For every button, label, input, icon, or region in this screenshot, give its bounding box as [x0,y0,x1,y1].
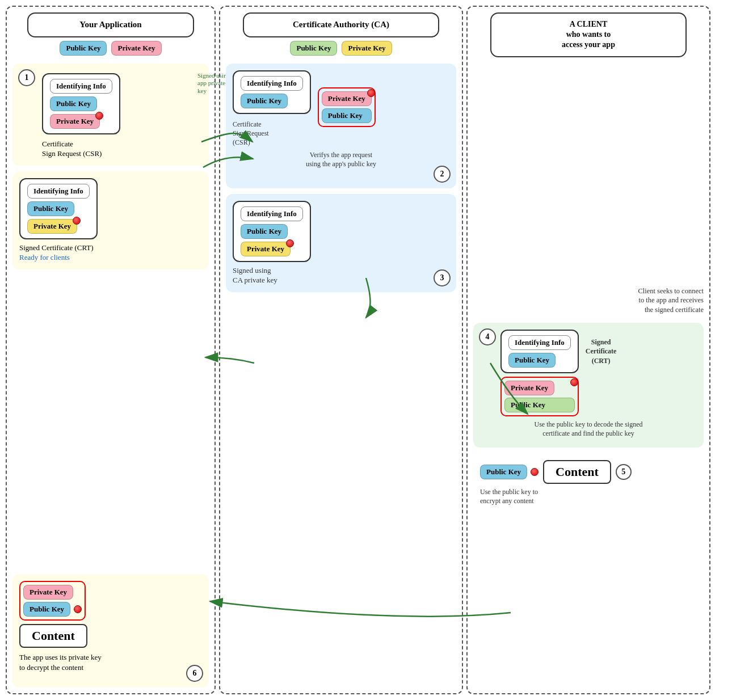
step3-left-caption-line2: Ready for clients [19,253,70,262]
step5-content: Public Key Content 5 [480,460,697,484]
main-container: Your Application Public Key Private Key … [0,0,732,700]
step4-public-key: Public Key [508,353,556,368]
step5-content-box: Content [543,460,611,484]
col-app: Your Application Public Key Private Key … [6,6,216,694]
step4-red-group: Private Key Public Key [500,377,579,416]
col1-title: Your Application [27,12,194,37]
step4-caption: Use the public key to decode the signedc… [480,420,697,438]
step3-ca-num: 3 [434,269,451,286]
step1-content: Identifying Info Public Key Private Key … [19,70,202,134]
col3-title: A CLIENT who wants to access your app [490,12,686,57]
step3-ca-caption: Signed usingCA private key [233,265,449,285]
col1-public-key-badge: Public Key [60,41,107,56]
step6-private-key: Private Key [23,585,73,600]
step3-ca-id-info: Identifying Info [241,206,303,221]
step2-right: Private Key Public Key [318,87,376,127]
step6-num: 6 [186,665,203,682]
step2-box: 2 Identifying Info Public Key Certificat… [226,64,456,188]
step1-seal [95,112,103,120]
step3-left-content: Identifying Info Public Key Private Key [19,178,202,239]
step6-private-key-wrap: Private Key [23,585,82,600]
step4-private-key: Private Key [504,381,554,395]
step2-info-card: Identifying Info Public Key [233,70,311,114]
step2-public-key: Public Key [241,94,288,108]
step1-num: 1 [18,69,35,86]
step5-seal [531,468,539,476]
step2-left: Identifying Info Public Key CertificateS… [233,70,311,147]
col3-top-spacer [473,65,704,281]
step4-left: Identifying Info Public Key Private Key … [500,330,579,416]
step4-info-card: Identifying Info Public Key [500,330,579,373]
col3-header: A CLIENT who wants to access your app [473,12,704,57]
col2-header: Certificate Authority (CA) Public Key Pr… [226,12,456,56]
col2-public-key-badge: Public Key [290,41,337,56]
step3-left-seal [73,217,81,225]
step1-box: 1 Identifying Info Public Key Private Ke… [12,64,209,166]
step3-left-caption: Signed Certificate (CRT) Ready for clien… [19,243,202,263]
step1-info-card: Identifying Info Public Key Private Key [42,73,120,134]
step2-csr-caption: CertificateSign Request(CSR) [233,120,311,147]
step3-left-id-info: Identifying Info [27,184,90,199]
step6-red-group: Private Key Public Key [19,581,86,621]
step3-ca-private-wrap: Private Key [241,242,291,256]
col2-header-keys: Public Key Private Key [290,41,392,56]
step3-left-private-key: Private Key [27,219,77,234]
step6-caption: The app uses its private keyto decrypt t… [19,652,202,672]
step5-num: 5 [616,464,632,480]
step2-public-key2: Public Key [322,108,372,123]
step4-intro: Client seeks to connectto the app and re… [473,286,704,315]
step4-seal [570,378,578,386]
step3-ca-seal [286,239,294,247]
step3-ca-private-key: Private Key [241,242,291,256]
step3-left-caption-line1: Signed Certificate (CRT) [19,243,94,252]
step1-public-key: Public Key [50,96,97,111]
step3-ca-content: Identifying Info Public Key Private Key [233,201,449,262]
step2-private-wrap: Private Key [322,91,372,106]
step3-ca-info-card: Identifying Info Public Key Private Key [233,201,311,262]
col1-spacer [12,275,209,568]
col1-private-key-badge: Private Key [111,41,161,56]
step4-box: 4 Identifying Info Public Key Private Ke… [473,323,704,448]
step2-private-key: Private Key [322,91,372,106]
step2-num: 2 [434,166,451,183]
step1-private-key-wrap: Private Key [50,114,100,129]
step6-public-key: Public Key [23,602,70,617]
col2-title: Certificate Authority (CA) [243,12,439,37]
step2-red-group: Private Key Public Key [318,87,376,127]
step2-caption: Verifys the app requestusing the app's p… [233,150,449,168]
step5-caption: Use the public key toencrypt any content [480,487,697,505]
step4-public-key2: Public Key [504,398,575,412]
col1-header-keys: Public Key Private Key [60,41,161,56]
step6-content: Private Key Public Key Content [19,581,202,648]
step4-num: 4 [479,328,496,345]
step3-left-private-key-wrap: Private Key [27,219,77,234]
step5-public-key: Public Key [480,465,527,479]
step6-seal [74,605,82,613]
step3-left-public-key: Public Key [27,201,74,216]
step4-content: Identifying Info Public Key Private Key … [480,330,697,416]
col-client: A CLIENT who wants to access your app Cl… [466,6,710,694]
step4-private-wrap: Private Key [504,381,575,395]
step4-crt-caption: Signed Certificate (CRT) [586,338,617,365]
col2-private-key-badge: Private Key [342,41,392,56]
col2-spacer [226,298,456,688]
step6-content-box: Content [19,624,87,648]
step3-ca-box: 3 Identifying Info Public Key Private Ke… [226,194,456,292]
step2-seal [367,89,375,97]
step2-id-info: Identifying Info [241,76,303,91]
col1-header: Your Application Public Key Private Key [12,12,209,56]
step3-left-info-card: Identifying Info Public Key Private Key [19,178,98,239]
step6-box: 6 Private Key Public Key Content The app… [12,574,209,688]
step6-public-key-wrap: Public Key [23,602,82,617]
step1-caption: CertificateSign Request (CSR) [19,139,202,159]
step3-ca-public-key: Public Key [241,224,288,239]
step4-right: Signed Certificate (CRT) [586,335,617,365]
step5-key-wrap: Public Key [480,465,539,479]
step5-box: Public Key Content 5 Use the public key … [473,453,704,527]
step4-id-info: Identifying Info [508,335,571,350]
step3-left-box: Identifying Info Public Key Private Key … [12,171,209,269]
step2-content: Identifying Info Public Key CertificateS… [233,70,449,147]
step1-private-key: Private Key [50,114,100,129]
col-ca: Certificate Authority (CA) Public Key Pr… [219,6,463,694]
step1-id-info: Identifying Info [50,79,112,94]
